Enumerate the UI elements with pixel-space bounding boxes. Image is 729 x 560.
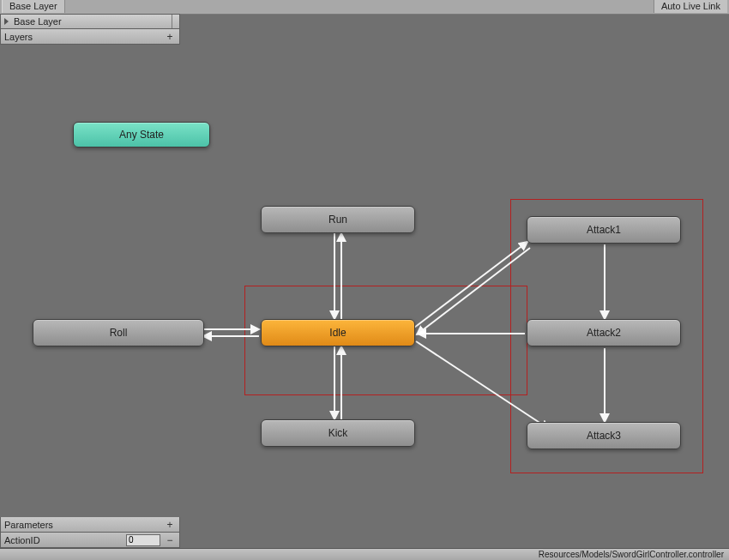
add-parameter-button[interactable]: +: [164, 519, 176, 531]
layers-panel: Base Layer Layers +: [0, 14, 180, 45]
breadcrumb-label: Base Layer: [14, 14, 62, 29]
node-any-state[interactable]: Any State: [73, 122, 210, 148]
parameters-header: Parameters +: [0, 517, 180, 533]
parameter-name: ActionID: [4, 533, 126, 548]
node-roll[interactable]: Roll: [33, 319, 204, 346]
parameters-header-label: Parameters: [4, 517, 53, 533]
parameter-value-input[interactable]: [126, 534, 160, 546]
parameter-row[interactable]: ActionID −: [0, 533, 180, 548]
layers-header-label: Layers: [4, 29, 33, 45]
node-label: Run: [328, 214, 347, 226]
node-attack3[interactable]: Attack3: [527, 422, 681, 449]
layers-header: Layers +: [0, 29, 180, 45]
node-attack2[interactable]: Attack2: [527, 319, 681, 346]
node-label: Idle: [329, 327, 346, 339]
tab-base-layer[interactable]: Base Layer: [2, 0, 65, 13]
node-label: Any State: [119, 129, 164, 141]
node-label: Attack2: [587, 327, 621, 339]
node-idle[interactable]: Idle: [261, 319, 415, 346]
add-layer-button[interactable]: +: [164, 31, 176, 43]
parameters-panel: Parameters + ActionID −: [0, 517, 180, 548]
node-attack1[interactable]: Attack1: [527, 216, 681, 244]
node-run[interactable]: Run: [261, 206, 415, 233]
tab-bar: Base Layer Auto Live Link: [0, 0, 729, 15]
remove-parameter-button[interactable]: −: [164, 534, 176, 546]
divider: [172, 15, 172, 28]
breadcrumb[interactable]: Base Layer: [0, 14, 180, 29]
node-label: Roll: [110, 327, 128, 339]
node-kick[interactable]: Kick: [261, 419, 415, 447]
node-label: Kick: [328, 427, 348, 439]
asset-path: Resources/Models/SwordGirlController.con…: [539, 550, 724, 559]
breadcrumb-arrow-icon: [4, 18, 9, 25]
auto-live-link-button[interactable]: Auto Live Link: [654, 0, 727, 13]
node-label: Attack3: [587, 430, 621, 442]
node-label: Attack1: [587, 224, 621, 236]
status-bar: Resources/Models/SwordGirlController.con…: [0, 548, 729, 560]
